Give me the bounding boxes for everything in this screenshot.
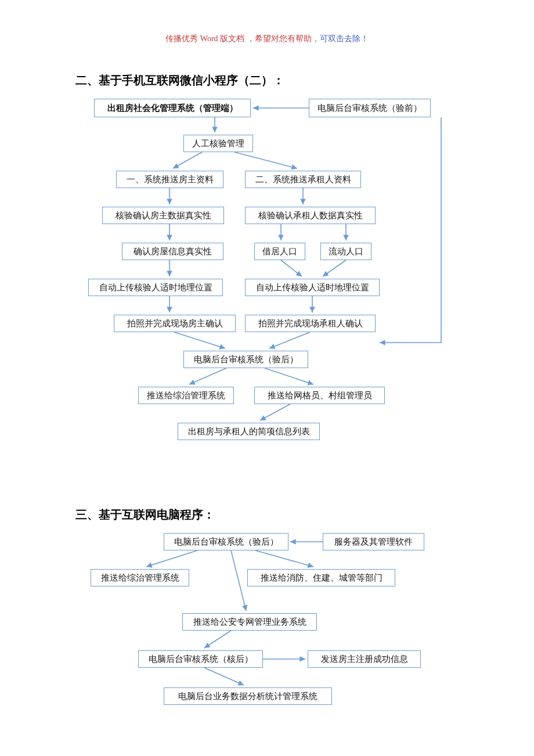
d1-box-manual-verify: 人工核验管理 xyxy=(183,135,253,152)
d1-box-push-owner: 一、系统推送房主资料 xyxy=(116,171,223,188)
d1-box-postaudit: 电脑后台审核系统（验后） xyxy=(183,351,308,368)
svg-line-10 xyxy=(281,260,302,276)
svg-line-15 xyxy=(269,332,310,348)
svg-line-25 xyxy=(204,668,244,685)
d2-box-check-after: 电脑后台审核系统（核后） xyxy=(138,650,263,668)
d2-box-send-success: 发送房主注册成功信息 xyxy=(308,650,421,668)
svg-line-14 xyxy=(174,332,225,348)
d2-box-stats: 电脑后台业务数据分析统计管理系统 xyxy=(164,687,332,705)
svg-line-18 xyxy=(260,404,290,420)
d2-box-postaudit: 电脑后台审核系统（验后） xyxy=(164,533,288,550)
d1-box-push-zhi: 推送给综治管理系统 xyxy=(138,387,234,404)
section-heading-2: 二、基于手机互联网微信小程序（二）： xyxy=(75,73,284,88)
svg-line-3 xyxy=(234,152,297,168)
d1-box-mgmt-system: 出租房社会化管理系统（管理端） xyxy=(94,99,251,117)
flowchart-arrows xyxy=(0,0,534,756)
watermark-part1: 传播优秀 Word 版文档 ，希望对您有帮助， xyxy=(165,34,319,43)
svg-line-17 xyxy=(265,368,313,384)
d2-box-push-police: 推送给公安专网管理业务系统 xyxy=(182,613,317,631)
d1-box-photo-tenant: 拍照并完成现场承租人确认 xyxy=(245,315,376,332)
d1-box-lodger: 借居人口 xyxy=(254,243,305,260)
d2-box-push-zhi: 推送给综治管理系统 xyxy=(91,569,189,586)
svg-line-20 xyxy=(146,550,197,567)
svg-line-22 xyxy=(231,550,246,611)
document-page: 传播优秀 Word 版文档 ，希望对您有帮助，可双击去除！ 二、基于手机互联网微… xyxy=(0,0,534,756)
svg-line-11 xyxy=(323,260,346,276)
svg-line-23 xyxy=(204,631,231,648)
d1-box-preaudit: 电脑后台审核系统（验前） xyxy=(309,99,431,117)
svg-line-2 xyxy=(173,152,202,168)
d1-box-upload-loc-tenant: 自动上传核验人适时地理位置 xyxy=(245,279,380,296)
d1-box-floating: 流动人口 xyxy=(320,243,371,260)
d1-box-tenant-verify: 核验确认承租人数据真实性 xyxy=(245,207,376,224)
watermark-part2: 可双击去除！ xyxy=(320,34,369,43)
d1-box-push-tenant: 二、系统推送承租人资料 xyxy=(245,171,361,188)
svg-line-21 xyxy=(255,550,313,567)
d1-box-house-verify: 确认房屋信息真实性 xyxy=(122,243,223,260)
d1-box-photo-owner: 拍照并完成现场房主确认 xyxy=(114,315,236,332)
section-heading-3: 三、基于互联网电脑程序： xyxy=(75,507,215,523)
d2-box-server: 服务器及其管理软件 xyxy=(323,533,424,550)
header-watermark: 传播优秀 Word 版文档 ，希望对您有帮助，可双击去除！ xyxy=(0,34,534,44)
svg-line-16 xyxy=(189,368,226,384)
d1-box-upload-loc-owner: 自动上传核验人适时地理位置 xyxy=(88,279,223,296)
d1-box-owner-verify: 核验确认房主数据真实性 xyxy=(102,207,224,224)
d1-box-list: 出租房与承租人的简项信息列表 xyxy=(178,423,320,440)
d2-box-push-fire: 推送给消防、住建、城管等部门 xyxy=(247,569,395,586)
d1-box-push-grid: 推送给网格员、村组管理员 xyxy=(254,387,385,404)
